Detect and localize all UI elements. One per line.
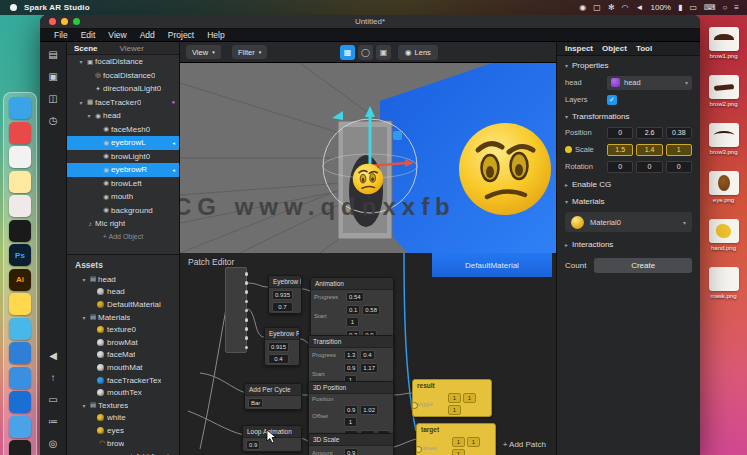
scene-item-browLeft[interactable]: ◉browLeft xyxy=(67,177,179,191)
upload-icon[interactable]: ↑ xyxy=(51,372,56,383)
scene-item-background[interactable]: ◉background xyxy=(67,204,179,218)
add-object-button[interactable]: + Add Object xyxy=(67,231,179,240)
section-properties[interactable]: ▾Properties xyxy=(557,56,700,73)
patch-node-eyebrow-l[interactable]: Eyebrow L0.9350.7 xyxy=(268,275,302,314)
patch-node-eyebrow-r[interactable]: Eyebrow R0.9150.4 xyxy=(264,327,300,366)
scene-item-browLight0[interactable]: ◉browLight0 xyxy=(67,150,179,164)
patch-output-port[interactable] xyxy=(245,300,249,304)
asset-item-mouthMat[interactable]: mouthMat xyxy=(67,361,179,374)
dock-item-messages[interactable] xyxy=(9,122,31,144)
time-icon[interactable]: ◷ xyxy=(49,115,58,126)
patch-output-port[interactable] xyxy=(245,281,249,285)
asset-item-brow[interactable]: ◠brow xyxy=(67,437,179,450)
scene-item-faceTracker0[interactable]: ▾▦faceTracker0● xyxy=(67,96,179,110)
scene-item-focalDistance[interactable]: ▾▣focalDistance xyxy=(67,55,179,69)
split-view-icon[interactable]: ◫ xyxy=(48,93,57,104)
scene-item-focalDistance0[interactable]: ◎focalDistance0 xyxy=(67,69,179,83)
dock-item-terminal[interactable] xyxy=(9,440,31,455)
search-icon[interactable]: ○ xyxy=(722,3,727,12)
dock-item-illustrator[interactable]: Ai xyxy=(9,269,31,291)
dock-item-pencil[interactable] xyxy=(9,342,31,364)
dock-item-folder[interactable] xyxy=(9,416,31,438)
rotation-y-field[interactable]: 0 xyxy=(636,161,662,173)
orbit-view-toggle[interactable]: ◯ xyxy=(358,45,373,60)
scale-x-field[interactable]: 1.5 xyxy=(607,144,633,156)
filter-dropdown[interactable]: Filter▾ xyxy=(232,45,267,59)
inspector-tab-tool[interactable]: Tool xyxy=(636,44,652,53)
dock-item-photoshop[interactable]: Ps xyxy=(9,244,31,266)
asset-item-faceMat[interactable]: faceMat xyxy=(67,349,179,362)
position-z-field[interactable]: 0.38 xyxy=(666,127,692,139)
patch-output-port[interactable] xyxy=(245,346,249,350)
material-dropdown[interactable]: Material0 ▾ xyxy=(565,212,692,232)
scene-item-eyebrowL[interactable]: ◉eyebrowL◂ xyxy=(67,136,179,150)
keyboard-card-icon[interactable]: ▭ xyxy=(48,394,57,405)
viewport-3d[interactable]: CG www.qdnxxfb xyxy=(180,63,556,253)
dock-item-hearts[interactable] xyxy=(9,195,31,217)
tab-viewer[interactable]: Viewer xyxy=(120,44,144,53)
display-icon[interactable]: ▢ xyxy=(593,3,601,12)
patch-node-result-value[interactable]: resultwiggle111 xyxy=(412,379,492,417)
asset-item-DefaultMaterial[interactable]: DefaultMaterial xyxy=(67,298,179,311)
asset-item-white[interactable]: white xyxy=(67,412,179,425)
lens-button[interactable]: ◉ Lens xyxy=(398,45,438,60)
tab-scene[interactable]: Scene xyxy=(74,44,98,53)
menubar-app-name[interactable]: Spark AR Studio xyxy=(24,3,90,12)
patch-node-3d-scale[interactable]: 3D ScaleAmount0.9Min0.50.81Max0.50.91 xyxy=(308,433,394,455)
asset-item-head[interactable]: head xyxy=(67,286,179,299)
patch-editor[interactable]: DefaultMaterial Patch Editor Eyebrow L0.… xyxy=(180,253,556,455)
section-enable[interactable]: ▸Enable CG xyxy=(557,175,700,192)
keyboard-icon[interactable]: ⌨ xyxy=(704,3,716,12)
help-icon[interactable]: ◎ xyxy=(49,438,58,449)
scale-z-field[interactable]: 1 xyxy=(666,144,692,156)
audio-icon[interactable]: ◀ xyxy=(49,350,57,361)
desktop-file-mask.png[interactable]: mask.png xyxy=(709,267,739,299)
settings-sliders-icon[interactable]: ≔ xyxy=(48,416,58,427)
dock-item-filter[interactable] xyxy=(9,367,31,389)
patch-node-add-per-cycle[interactable]: Add Per CycleBar xyxy=(244,383,302,410)
menu-file[interactable]: File xyxy=(54,30,68,40)
scene-item-mouth[interactable]: ◉mouth xyxy=(67,190,179,204)
position-y-field[interactable]: 2.6 xyxy=(636,127,662,139)
patch-output-port[interactable] xyxy=(245,309,249,313)
rotation-z-field[interactable]: 0 xyxy=(666,161,692,173)
section-interactions[interactable]: ▸Interactions xyxy=(557,235,700,252)
rotation-x-field[interactable]: 0 xyxy=(607,161,633,173)
scale-y-field[interactable]: 1.4 xyxy=(636,144,662,156)
dock-item-finder[interactable] xyxy=(9,97,31,119)
desktop-file-brow3.png[interactable]: brow3.png xyxy=(709,123,739,155)
desktop-file-eye.png[interactable]: eye.png xyxy=(709,171,739,203)
volume-icon[interactable]: ◄ xyxy=(636,3,644,12)
chat-icon[interactable]: ▭ xyxy=(689,3,697,12)
wifi-icon[interactable]: ◠ xyxy=(622,3,629,12)
asset-item-eyes[interactable]: eyes xyxy=(67,424,179,437)
dock-item-stickies[interactable] xyxy=(9,293,31,315)
scene-item-Mic right[interactable]: ♪Mic right xyxy=(67,217,179,231)
menu-edit[interactable]: Edit xyxy=(81,30,96,40)
menu-add[interactable]: Add xyxy=(140,30,155,40)
dock-item-globe[interactable] xyxy=(9,391,31,413)
head-dropdown[interactable]: head ▾ xyxy=(607,76,692,90)
scene-item-directionalLight0[interactable]: ✦directionalLight0 xyxy=(67,82,179,96)
face-tracker-patch-node[interactable] xyxy=(225,267,247,353)
dock-item-photos[interactable] xyxy=(9,146,31,168)
patch-output-port[interactable] xyxy=(245,336,249,340)
dock-item-camera-app[interactable] xyxy=(9,220,31,242)
control-center-icon[interactable]: ≡ xyxy=(734,3,739,12)
create-button[interactable]: Create xyxy=(594,258,692,273)
layers-checkbox[interactable]: ✓ xyxy=(607,95,617,105)
dock-item-bird[interactable] xyxy=(9,318,31,340)
window-titlebar[interactable]: Untitled* xyxy=(40,15,700,29)
patch-output-port[interactable] xyxy=(245,290,249,294)
scale-keyframe-icon[interactable] xyxy=(565,146,572,153)
menu-view[interactable]: View xyxy=(108,30,126,40)
scene-item-head[interactable]: ▾◉head xyxy=(67,109,179,123)
add-patch-button[interactable]: + Add Patch xyxy=(503,440,546,449)
asset-item-texture0[interactable]: texture0 xyxy=(67,323,179,336)
inspector-tab-inspect[interactable]: Inspect xyxy=(565,44,593,53)
apple-menu-icon[interactable] xyxy=(10,4,17,11)
view-dropdown[interactable]: View▾ xyxy=(186,45,221,59)
asset-item-Materials[interactable]: ▾▤Materials xyxy=(67,311,179,324)
patch-output-port[interactable] xyxy=(245,318,249,322)
patch-output-port[interactable] xyxy=(245,327,249,331)
